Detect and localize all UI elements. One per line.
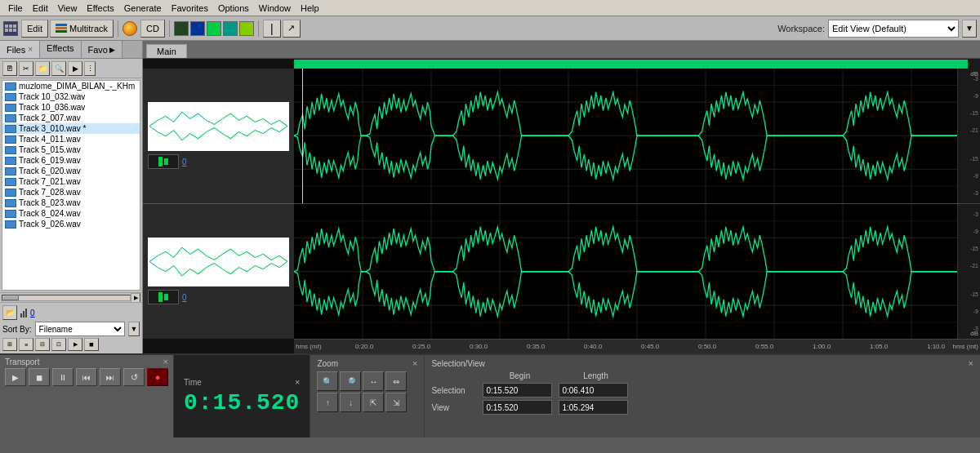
bottom-icon-2[interactable]: ≡ (19, 338, 33, 351)
cd-icon (122, 21, 137, 36)
file-icon-12 (5, 210, 16, 218)
length-header: Length (559, 371, 632, 380)
editor-area: Main (143, 41, 980, 353)
track-2-waveform[interactable]: -3 -9 -15 -21 -15 -9 -3 dB (294, 204, 980, 340)
file-item-3[interactable]: Track 2_007.wav (2, 113, 140, 123)
file-icon-7 (5, 157, 16, 165)
file-item-12[interactable]: Track 8_024.wav (2, 208, 140, 219)
view-begin-input[interactable] (483, 400, 552, 415)
color-btn-2[interactable] (190, 21, 205, 36)
files-tab[interactable]: Files × (0, 41, 40, 58)
menu-favorites[interactable]: Favorites (167, 2, 213, 15)
track-1-mini-preview (149, 104, 287, 149)
panel-btn-1[interactable]: 🖹 (2, 61, 17, 76)
transport-close[interactable]: × (163, 357, 168, 366)
favo-tab[interactable]: Favo ▶ (82, 41, 122, 58)
scroll-right-btn[interactable]: ▶ (131, 293, 140, 303)
file-list-scrollbar[interactable] (2, 295, 131, 301)
bottom-icon-4[interactable]: ⊡ (51, 338, 66, 351)
menu-help[interactable]: Help (296, 2, 324, 15)
transport-label: Transport (5, 358, 39, 366)
file-item-6[interactable]: Track 5_015.wav (2, 144, 140, 155)
play-btn[interactable]: ▶ (5, 368, 26, 386)
cursor-tool[interactable]: | (263, 20, 281, 38)
db-label-bottom: dB (970, 330, 978, 337)
selection-begin-input[interactable] (483, 383, 552, 397)
track-controls-col: 0 (143, 69, 294, 339)
zoom-btn-8[interactable]: ⇲ (385, 393, 407, 412)
panel-btn-5[interactable]: ▶ (68, 61, 82, 76)
track-1-control: 0 (143, 69, 294, 204)
color-btn-4[interactable] (223, 21, 238, 36)
prev-btn[interactable]: ⏮ (76, 368, 97, 386)
file-item-0[interactable]: muzlome_DIMA_BILAN_-_KHm (2, 81, 140, 91)
toolbar-separator2 (169, 20, 170, 37)
zoom-btn-3[interactable]: ↔ (363, 371, 384, 391)
sort-btn[interactable]: ▼ (128, 322, 140, 336)
cd-button[interactable]: CD (140, 20, 165, 38)
file-item-2[interactable]: Track 10_036.wav (2, 102, 140, 113)
select-tool[interactable]: ↗ (283, 20, 301, 38)
multitrack-mode-button[interactable]: Multitrack (50, 20, 114, 38)
pause-btn[interactable]: ⏸ (52, 368, 74, 386)
color-btn-3[interactable] (207, 21, 221, 36)
zoom-btn-6[interactable]: ↓ (340, 393, 361, 412)
bottom-icon-5[interactable]: ▶ (68, 338, 82, 351)
menu-edit[interactable]: Edit (28, 2, 53, 15)
record-btn[interactable]: ● (147, 368, 168, 386)
panel-btn-3[interactable]: 📁 (35, 61, 50, 76)
loop-btn[interactable]: ↺ (123, 368, 145, 386)
file-icon-4 (5, 125, 16, 133)
zoom-btn-1[interactable]: 🔍 (317, 371, 338, 391)
bottom-icon-1[interactable]: ⊞ (2, 338, 17, 351)
file-icon-0 (5, 82, 16, 91)
selection-length-input[interactable] (559, 383, 628, 397)
track-2-db-scale: -3 -9 -15 -21 -15 -9 -3 (957, 204, 980, 340)
file-item-5[interactable]: Track 4_011.wav (2, 134, 140, 144)
menu-generate[interactable]: Generate (119, 2, 167, 15)
panel-btn-mini[interactable]: ⋮ (84, 61, 96, 76)
zoom-btn-4[interactable]: ⇔ (385, 371, 407, 391)
selection-close[interactable]: × (969, 358, 973, 368)
panel-vol-icon (20, 309, 27, 318)
workspace-expand[interactable]: ▼ (962, 20, 977, 38)
bottom-icon-3[interactable]: ⊟ (35, 338, 50, 351)
view-length-input[interactable] (559, 400, 628, 415)
panel-btn-2[interactable]: ✂ (19, 61, 33, 76)
file-item-10[interactable]: Track 7_028.wav (2, 187, 140, 198)
file-item-4[interactable]: Track 3_010.wav * (2, 123, 140, 134)
zoom-btn-7[interactable]: ⇱ (363, 393, 384, 412)
file-icon-11 (5, 199, 16, 207)
sort-select[interactable]: Filename (35, 322, 125, 336)
file-item-13[interactable]: Track 9_026.wav (2, 219, 140, 229)
file-item-7[interactable]: Track 6_019.wav (2, 155, 140, 166)
menu-file[interactable]: File (3, 2, 28, 15)
file-icon-5 (5, 135, 16, 144)
workspace-select[interactable]: Edit View (Default) (828, 20, 959, 38)
file-item-1[interactable]: Track 10_032.wav (2, 91, 140, 102)
file-item-9[interactable]: Track 7_021.wav (2, 176, 140, 187)
color-btn-5[interactable] (239, 21, 254, 36)
editor-tab-main[interactable]: Main (146, 44, 187, 58)
zoom-btn-5[interactable]: ↑ (317, 393, 338, 412)
menu-options[interactable]: Options (213, 2, 254, 15)
effects-tab[interactable]: Effects (40, 41, 81, 58)
panel-open-btn[interactable]: 📂 (2, 305, 17, 320)
files-tab-close[interactable]: × (28, 45, 33, 54)
track-1-waveform[interactable]: -3 -9 -15 -21 -15 -9 -3 (294, 69, 980, 204)
time-close[interactable]: × (295, 377, 300, 387)
file-item-8[interactable]: Track 6_020.wav (2, 166, 140, 176)
waveform-area: 0 (143, 59, 980, 353)
panel-btn-4[interactable]: 🔍 (51, 61, 66, 76)
menu-window[interactable]: Window (254, 2, 296, 15)
menu-effects[interactable]: Effects (82, 2, 118, 15)
zoom-btn-2[interactable]: 🔎 (340, 371, 361, 391)
zoom-close[interactable]: × (412, 358, 417, 368)
stop-btn[interactable]: ◼ (29, 368, 50, 386)
color-btn-1[interactable] (174, 21, 189, 36)
next-btn[interactable]: ⏭ (100, 368, 121, 386)
bottom-icon-6[interactable]: ◼ (84, 338, 99, 351)
file-item-11[interactable]: Track 8_023.wav (2, 198, 140, 208)
edit-mode-button[interactable]: Edit (21, 20, 48, 38)
menu-view[interactable]: View (53, 2, 82, 15)
